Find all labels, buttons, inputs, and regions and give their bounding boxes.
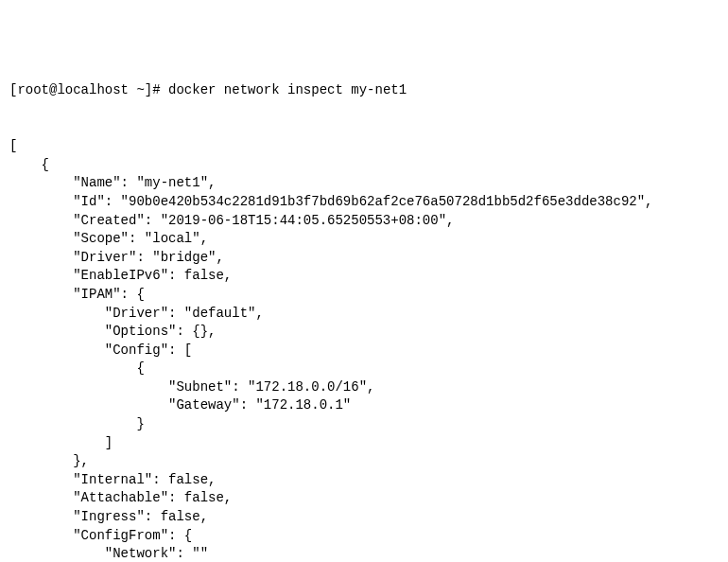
output-line: "ConfigFrom": { (9, 528, 192, 543)
output-line: "Created": "2019-06-18T15:44:05.65250553… (9, 213, 454, 228)
output-line: "Options": {}, (9, 324, 216, 339)
output-line: "Scope": "local", (9, 231, 208, 246)
output-line: }, (9, 453, 89, 468)
shell-prompt: [root@localhost ~]# (9, 82, 161, 97)
output-line: } (9, 416, 145, 431)
output-line: "Attachable": false, (9, 490, 232, 505)
output-line: "Name": "my-net1", (9, 175, 216, 190)
output-line: "Config": [ (9, 342, 192, 358)
output-line: "Network": "" (9, 546, 208, 561)
output-line: "Driver": "bridge", (9, 250, 224, 265)
output-line: "Ingress": false, (9, 509, 208, 524)
output-line: { (9, 360, 145, 376)
output-line: "Driver": "default", (9, 306, 264, 321)
output-line: "Subnet": "172.18.0.0/16", (9, 379, 374, 395)
output-line: [ (9, 138, 17, 153)
output-line: { (9, 157, 49, 172)
command-text: docker network inspect my-net1 (168, 82, 407, 97)
output-line: "Internal": false, (9, 472, 216, 487)
output-line: "EnableIPv6": false, (9, 268, 232, 283)
output-line: "Gateway": "172.18.0.1" (9, 397, 351, 413)
output-line: "Id": "90b0e420b534c2281d91b3f7bd69b62af… (9, 194, 653, 209)
command-prompt-line: [root@localhost ~]# docker network inspe… (9, 81, 719, 100)
output-line: "IPAM": { (9, 287, 145, 302)
command-output: [ { "Name": "my-net1", "Id": "90b0e420b5… (9, 119, 719, 562)
output-line: ] (9, 435, 113, 450)
